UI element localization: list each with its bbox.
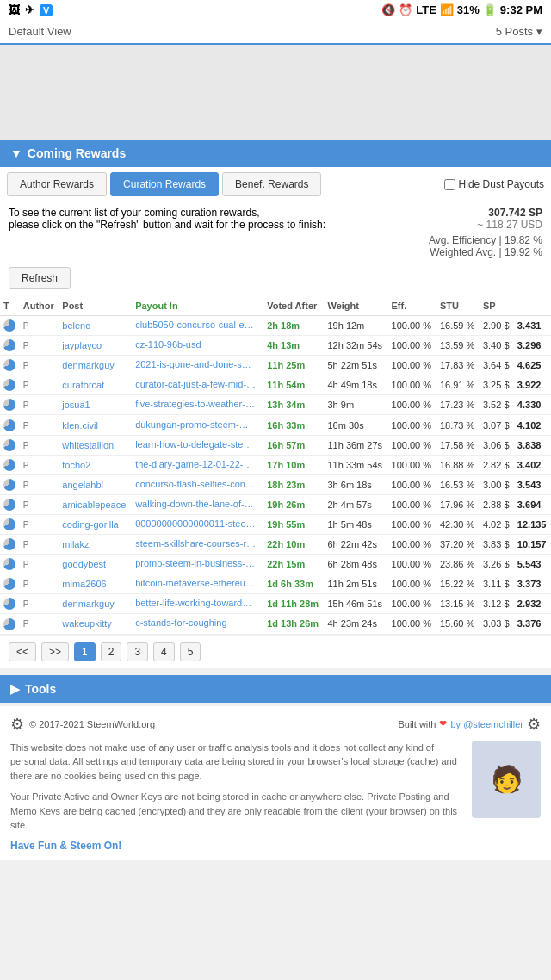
refresh-button[interactable]: Refresh — [9, 267, 71, 289]
author-link[interactable]: milakz — [62, 539, 89, 549]
row-author[interactable]: curatorcat — [59, 375, 132, 395]
row-post[interactable]: steem-skillshare-courses-round-... — [132, 535, 263, 555]
row-post[interactable]: cz-110-96b-usd — [132, 336, 263, 356]
row-author[interactable]: wakeupkitty — [59, 614, 132, 634]
author-link[interactable]: mima2606 — [62, 579, 106, 589]
author-link[interactable]: jayplayco — [62, 340, 102, 350]
row-eff: 42.30 % — [436, 514, 480, 534]
row-post[interactable]: promo-steem-in-business-or-or-... — [132, 555, 263, 574]
page-5-button[interactable]: 5 — [180, 642, 201, 661]
row-payout-in: 2h 18m — [263, 316, 324, 336]
author-link[interactable]: coding-gorilla — [62, 519, 118, 530]
row-post[interactable]: learn-how-to-delegate-steempow... — [132, 435, 263, 455]
post-link[interactable]: the-diary-game-12-01-22-adivin... — [135, 459, 256, 469]
row-post[interactable]: 2021-is-gone-and-done-so-here-... — [132, 356, 263, 375]
author-link[interactable]: curatorcat — [62, 380, 104, 390]
row-post[interactable]: curator-cat-just-a-few-mid-wee-... — [132, 375, 263, 395]
row-type — [0, 316, 20, 336]
post-link[interactable]: steem-skillshare-courses-round-... — [135, 538, 256, 549]
row-post[interactable]: five-strategies-to-weather-the-... — [132, 395, 263, 415]
tools-section[interactable]: ▶ Tools — [0, 675, 551, 703]
author-link[interactable]: belenc — [62, 320, 90, 331]
chevron-down-icon: ▾ — [536, 25, 542, 38]
rewards-table: T Author Post Payout In Voted After Weig… — [0, 296, 551, 635]
post-link[interactable]: dukungan-promo-steem-melalui-t — [135, 419, 256, 430]
row-author[interactable]: coding-gorilla — [59, 514, 132, 534]
sp-value: 307.742 SP — [477, 207, 542, 219]
row-author[interactable]: josua1 — [59, 395, 132, 415]
author-link[interactable]: denmarkguy — [62, 360, 115, 370]
row-post[interactable]: better-life-working-towards-ge-... — [132, 594, 263, 614]
row-pbadge: P — [20, 336, 59, 356]
row-post[interactable]: 00000000000000011-steemit-inter... — [132, 514, 263, 534]
page-4-button[interactable]: 4 — [153, 642, 175, 661]
prev-page-button[interactable]: << — [9, 642, 36, 661]
row-author[interactable]: goodybest — [59, 555, 132, 574]
row-author[interactable]: tocho2 — [59, 455, 132, 474]
page-1-button[interactable]: 1 — [74, 642, 96, 661]
author-link[interactable]: angelahbl — [62, 480, 103, 490]
row-post[interactable]: c-stands-for-coughing — [132, 614, 263, 634]
row-author[interactable]: milakz — [59, 535, 132, 555]
author-link[interactable]: amicablepeace — [62, 499, 126, 510]
table-row: P belenc club5050-concurso-cual-es-tu-m.… — [0, 316, 551, 336]
post-link[interactable]: walking-down-the-lane-of-life — [135, 499, 256, 509]
post-link[interactable]: c-stands-for-coughing — [135, 617, 226, 628]
post-link[interactable]: better-life-working-towards-ge-... — [135, 598, 256, 608]
post-link[interactable]: club5050-concurso-cual-es-tu-m... — [135, 319, 256, 330]
row-author[interactable]: amicablepeace — [59, 494, 132, 514]
post-link[interactable]: concurso-flash-selfies-con-his-... — [135, 479, 256, 489]
row-payout-in: 18h 23m — [263, 474, 324, 494]
row-author[interactable]: jayplayco — [59, 336, 132, 356]
author-rewards-tab[interactable]: Author Rewards — [7, 172, 107, 196]
benef-rewards-tab[interactable]: Benef. Rewards — [222, 172, 321, 196]
hide-dust-checkbox[interactable] — [444, 179, 455, 190]
row-author[interactable]: denmarkguy — [59, 356, 132, 375]
row-voted-after: 3h 6m 18s — [324, 474, 387, 494]
author-link[interactable]: whitestallion — [62, 440, 114, 450]
row-weight: 100.00 % — [388, 455, 436, 474]
post-link[interactable]: 00000000000000011-steemit-inter... — [135, 518, 256, 529]
row-type — [0, 535, 20, 555]
post-link[interactable]: curator-cat-just-a-few-mid-wee-... — [135, 379, 256, 389]
post-link[interactable]: learn-how-to-delegate-steempow... — [135, 439, 256, 450]
steem-logo-icon: ⚙ — [10, 715, 24, 734]
author-link[interactable]: tocho2 — [62, 460, 90, 470]
row-author[interactable]: angelahbl — [59, 474, 132, 494]
row-author[interactable]: mima2606 — [59, 574, 132, 594]
post-link[interactable]: bitcoin-metaverse-ethereum-was... — [135, 578, 256, 588]
page-3-button[interactable]: 3 — [127, 642, 148, 661]
row-pbadge: P — [20, 455, 59, 474]
row-post[interactable]: bitcoin-metaverse-ethereum-was... — [132, 574, 263, 594]
row-post[interactable]: the-diary-game-12-01-22-adivin... — [132, 455, 263, 474]
post-link[interactable]: five-strategies-to-weather-the-... — [135, 399, 256, 409]
row-post[interactable]: club5050-concurso-cual-es-tu-m... — [132, 316, 263, 336]
row-pbadge: P — [20, 594, 59, 614]
info-desc2: please click on the "Refresh" button and… — [9, 219, 325, 231]
post-link[interactable]: promo-steem-in-business-or-or-... — [135, 558, 256, 568]
row-post[interactable]: walking-down-the-lane-of-life — [132, 494, 263, 514]
row-post[interactable]: dukungan-promo-steem-melalui-t — [132, 415, 263, 435]
row-weight: 100.00 % — [388, 555, 436, 574]
row-author[interactable]: whitestallion — [59, 435, 132, 455]
post-link[interactable]: 2021-is-gone-and-done-so-here-... — [135, 359, 256, 369]
post-link[interactable]: cz-110-96b-usd — [135, 339, 201, 350]
next-page-button[interactable]: >> — [41, 642, 69, 661]
row-post[interactable]: concurso-flash-selfies-con-his-... — [132, 474, 263, 494]
row-author[interactable]: denmarkguy — [59, 594, 132, 614]
author-link[interactable]: denmarkguy — [62, 599, 115, 609]
page-2-button[interactable]: 2 — [101, 642, 122, 661]
author-link[interactable]: josua1 — [62, 400, 90, 410]
row-stu: 3.07 $ — [480, 415, 514, 435]
table-header-row: T Author Post Payout In Voted After Weig… — [0, 296, 551, 316]
author-link[interactable]: klen.civil — [62, 420, 98, 431]
heart-icon: ❤ — [439, 718, 447, 729]
author-link[interactable]: goodybest — [62, 559, 106, 569]
curation-rewards-tab[interactable]: Curation Rewards — [110, 172, 219, 196]
row-eff: 37.20 % — [436, 535, 480, 555]
row-author[interactable]: klen.civil — [59, 415, 132, 435]
row-author[interactable]: belenc — [59, 316, 132, 336]
row-voted-after: 19h 12m — [324, 316, 387, 336]
row-type — [0, 415, 20, 435]
author-link[interactable]: wakeupkitty — [62, 618, 111, 629]
